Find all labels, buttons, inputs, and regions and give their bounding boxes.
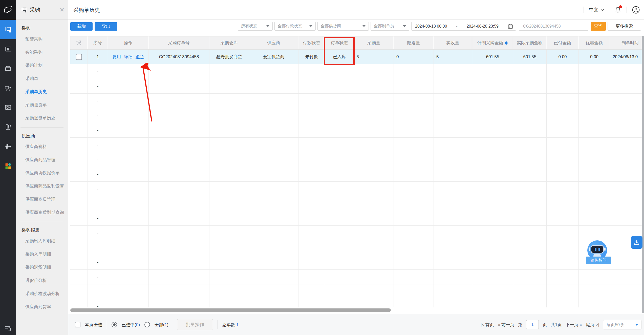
sidebar-item[interactable]: 采购退货单历史 [16,112,68,125]
order-search-field[interactable] [519,22,588,31]
sidebar-item[interactable]: 采购单 [16,72,68,85]
filter-creator-select[interactable]: 全部制单员 [371,22,409,31]
row-checkbox[interactable] [76,54,82,60]
robot-ear [589,247,590,251]
sidebar-item[interactable]: 进货价分析 [16,274,68,287]
all-radio[interactable] [144,322,150,327]
cell-gift_qty [394,299,434,307]
download-button[interactable] [631,236,642,249]
sidebar-item[interactable]: 采购出入库明细 [16,235,68,248]
cell-warehouse [209,108,249,123]
language-selector[interactable]: 中文 [589,7,604,13]
rail-item-settings[interactable] [0,137,16,156]
sidebar-item[interactable]: 智能采购 [16,46,68,59]
filter-pay-status-value: 全部付款状态 [278,24,302,29]
rail-item-reports[interactable] [0,117,16,137]
cell-discount_amount [579,123,610,138]
filter-status-select[interactable]: 所有状态 [238,22,273,31]
cell-planned_amount [472,196,513,211]
cell-paid_amount [547,64,579,79]
row-action-1[interactable]: 复用 [112,54,121,60]
sidebar-item[interactable]: 采购退货单 [16,98,68,112]
page-size-select[interactable]: 每页50条 [603,320,641,329]
filter-supplier-select[interactable]: 全部供货商 [317,22,369,31]
prev-page-button[interactable]: « 前一页 [498,322,514,328]
sidebar-item[interactable]: 采购单历史 [16,85,68,98]
sidebar-item[interactable]: 采购计划 [16,59,68,72]
filter-pay-status-select[interactable]: 全部付款状态 [274,22,316,31]
assistant-label[interactable]: 猜你想问 [586,257,611,264]
cell-pay_status [298,182,325,196]
column-header-planned_amount[interactable]: 计划采购金额 [472,36,513,49]
row-action-3[interactable]: 退货 [136,54,144,60]
cell-order_no [149,182,209,196]
vertical-scrollbar[interactable] [642,36,644,313]
sidebar-item[interactable]: 供应商到货率 [16,300,68,313]
cell-settings [70,79,88,94]
cell-planned_amount [472,79,513,94]
rail-item-procurement[interactable] [0,20,16,39]
rail-item-safe[interactable] [0,98,16,117]
cell-actual_amount [513,240,547,255]
next-page-button[interactable]: 下一页 » [566,322,582,328]
sidebar-item[interactable]: 供应商协议报价单 [16,166,68,180]
column-settings-icon[interactable] [76,40,82,46]
sidebar-item[interactable]: 供应商资质到期查询 [16,206,68,219]
sidebar-item[interactable]: 采购入库明细 [16,248,68,261]
selected-radio[interactable] [112,322,117,327]
sort-arrows-icon[interactable] [505,41,508,45]
app-logo[interactable] [0,0,16,20]
table-header-settings[interactable] [70,36,88,49]
rail-item-inventory[interactable] [0,59,16,78]
cell-order_no [149,79,209,94]
cell-order_status [325,152,354,167]
notifications-button[interactable] [614,6,621,13]
cell-qty [354,270,394,284]
cell-order_status [325,240,354,255]
cell-order_no [149,255,209,270]
last-page-button[interactable]: 尾页 >| [586,322,599,328]
sidebar-item[interactable]: 供应商资质管理 [16,193,68,206]
query-button[interactable]: 查询 [591,22,606,31]
table-header-row: 序号操作采购订单号采购仓库供应商付款状态订单状态采购量赠送量实收量计划采购金额实… [70,36,644,50]
export-button[interactable]: 导出 [95,22,117,31]
language-label: 中文 [589,7,598,13]
sidebar-item[interactable]: 供应商资料 [16,140,68,153]
sidebar-item[interactable]: 采购退货明细 [16,261,68,274]
cell-discount_amount [579,79,610,94]
sidebar-item[interactable]: 供应商商品返利设置 [16,180,68,193]
cell-received_qty [434,196,472,211]
sidebar-item[interactable]: 预警采购 [16,33,68,46]
user-avatar-icon[interactable] [632,6,640,14]
cell-order_status [325,108,354,123]
cell-paid_amount [547,108,579,123]
close-icon[interactable]: ✕ [59,7,65,13]
cell-order_no [149,196,209,211]
cell-order_status [325,79,354,94]
rail-item-finance[interactable] [0,39,16,59]
row-action-2[interactable]: 详细 [124,54,133,60]
rail-item-delivery[interactable] [0,78,16,98]
batch-actions-button[interactable]: 批量操作 [177,319,213,330]
divider [584,7,584,13]
cell-paid_amount [547,196,579,211]
rail-item-apps[interactable] [0,156,16,176]
cell-created_time: 2024/08/13 0 [610,50,644,64]
cell-warehouse [209,64,249,79]
search-input[interactable] [523,24,585,29]
cell-order_no [149,270,209,284]
column-label: 优惠金额 [586,40,603,46]
cell-discount_amount [579,270,610,284]
select-all-checkbox[interactable] [75,322,80,327]
page-number-input[interactable] [526,320,539,329]
add-button[interactable]: 新增 [70,22,93,31]
sidebar-item[interactable]: 供应商商品管理 [16,153,68,166]
first-page-button[interactable]: |< 首页 [481,322,494,328]
cell-actual_amount [513,299,547,307]
more-search-button[interactable]: 更多搜索 [608,22,641,31]
date-range-picker[interactable]: 2024-08-13 00:00 - 2024-08-20 23:59 [411,22,516,31]
horizontal-scrollbar[interactable] [70,308,391,312]
cell-created_time [610,152,644,167]
sidebar-item[interactable]: 采购价格波动分析 [16,287,68,300]
rail-menu-search[interactable] [0,324,16,332]
